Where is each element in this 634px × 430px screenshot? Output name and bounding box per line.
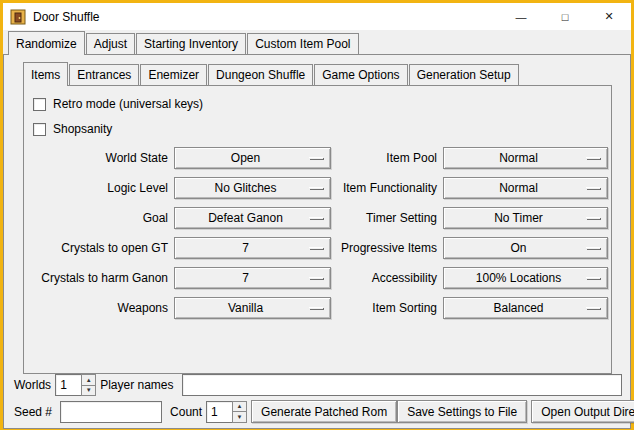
dropdown-indicator-icon [309,247,323,249]
crystals-ganon-dropdown[interactable]: 7 [174,267,331,289]
seed-label: Seed # [14,405,52,419]
accessibility-label: Accessibility [337,267,437,289]
item-pool-label: Item Pool [337,147,437,169]
open-output-directory-button[interactable]: Open Output Directory [531,400,634,423]
progressive-items-dropdown[interactable]: On [443,237,608,259]
progressive-items-value: On [510,241,526,255]
tab-generation-setup[interactable]: Generation Setup [409,64,519,85]
shopsanity-label: Shopsanity [53,122,112,136]
item-sorting-label: Item Sorting [337,297,437,319]
logic-level-dropdown[interactable]: No Glitches [174,177,331,199]
goal-value: Defeat Ganon [208,211,283,225]
crystals-ganon-label: Crystals to harm Ganon [34,267,168,289]
weapons-value: Vanilla [228,301,263,315]
retro-mode-row: Retro mode (universal keys) [33,96,601,112]
dropdown-indicator-icon [586,307,600,309]
item-pool-value: Normal [499,151,538,165]
crystals-ganon-value: 7 [242,271,249,285]
titlebar: Door Shuffle — □ ✕ [3,3,631,30]
progressive-items-label: Progressive Items [337,237,437,259]
accessibility-dropdown[interactable]: 100% Locations [443,267,608,289]
crystals-gt-label: Crystals to open GT [34,237,168,259]
tab-adjust[interactable]: Adjust [86,33,135,54]
count-input[interactable] [206,401,232,423]
dropdown-indicator-icon [309,157,323,159]
window-controls: — □ ✕ [499,3,631,30]
window-title: Door Shuffle [33,10,100,24]
spin-up-icon[interactable]: ▲ [232,401,247,413]
dropdown-indicator-icon [309,217,323,219]
weapons-dropdown[interactable]: Vanilla [174,297,331,319]
tab-randomize[interactable]: Randomize [8,31,85,55]
player-names-input[interactable] [182,374,623,396]
worlds-spin-arrows: ▲ ▼ [81,374,96,396]
goal-label: Goal [34,207,168,229]
inner-notebook: Items Entrances Enemizer Dungeon Shuffle… [23,61,612,374]
dropdown-indicator-icon [309,277,323,279]
worlds-input[interactable] [55,374,81,396]
item-functionality-dropdown[interactable]: Normal [443,177,608,199]
item-sorting-value: Balanced [493,301,543,315]
tab-starting-inventory[interactable]: Starting Inventory [136,33,246,54]
crystals-gt-value: 7 [242,241,249,255]
seed-row: Seed # Count ▲ ▼ Generate Patched Rom Sa… [14,400,622,423]
randomize-tab-panel: Items Entrances Enemizer Dungeon Shuffle… [3,54,631,429]
tab-custom-item-pool[interactable]: Custom Item Pool [247,33,358,54]
footer: Worlds ▲ ▼ Player names Seed # Count [10,374,624,423]
spin-up-icon[interactable]: ▲ [81,374,96,386]
tab-dungeon-shuffle[interactable]: Dungeon Shuffle [208,64,313,85]
minimize-button[interactable]: — [499,3,543,30]
count-spin-arrows: ▲ ▼ [232,401,247,423]
spin-down-icon[interactable]: ▼ [232,412,247,423]
maximize-button[interactable]: □ [543,3,587,30]
app-window: Door Shuffle — □ ✕ Randomize Adjust Star… [0,0,634,430]
item-sorting-dropdown[interactable]: Balanced [443,297,608,319]
dropdown-indicator-icon [586,187,600,189]
worlds-spinner: ▲ ▼ [55,374,96,396]
close-button[interactable]: ✕ [587,3,631,30]
tab-game-options[interactable]: Game Options [314,64,407,85]
spin-down-icon[interactable]: ▼ [81,386,96,397]
weapons-label: Weapons [34,297,168,319]
item-functionality-label: Item Functionality [337,177,437,199]
timer-setting-dropdown[interactable]: No Timer [443,207,608,229]
retro-mode-label: Retro mode (universal keys) [53,97,203,111]
crystals-gt-dropdown[interactable]: 7 [174,237,331,259]
dropdown-indicator-icon [586,277,600,279]
shopsanity-checkbox[interactable] [33,123,46,136]
options-grid: World State Open Item Pool Normal Logic … [34,147,601,319]
world-state-label: World State [34,147,168,169]
goal-dropdown[interactable]: Defeat Ganon [174,207,331,229]
dropdown-indicator-icon [586,157,600,159]
world-state-value: Open [231,151,260,165]
item-functionality-value: Normal [499,181,538,195]
player-names-label: Player names [100,378,173,392]
tab-enemizer[interactable]: Enemizer [140,64,207,85]
world-state-dropdown[interactable]: Open [174,147,331,169]
dropdown-indicator-icon [586,217,600,219]
worlds-label: Worlds [14,378,51,392]
items-tab-panel: Retro mode (universal keys) Shopsanity W… [23,85,612,374]
dropdown-indicator-icon [309,187,323,189]
timer-setting-label: Timer Setting [337,207,437,229]
dropdown-indicator-icon [309,307,323,309]
count-spinner: ▲ ▼ [206,401,247,423]
worlds-row: Worlds ▲ ▼ Player names [14,374,622,396]
retro-mode-checkbox[interactable] [33,98,46,111]
seed-input[interactable] [60,401,162,423]
tab-entrances[interactable]: Entrances [69,64,139,85]
app-icon [10,9,26,25]
outer-tab-bar: Randomize Adjust Starting Inventory Cust… [3,30,631,54]
generate-patched-rom-button[interactable]: Generate Patched Rom [251,400,397,423]
timer-setting-value: No Timer [494,211,543,225]
save-settings-button[interactable]: Save Settings to File [397,400,527,423]
accessibility-value: 100% Locations [476,271,561,285]
shopsanity-row: Shopsanity [33,121,601,137]
item-pool-dropdown[interactable]: Normal [443,147,608,169]
logic-level-value: No Glitches [214,181,276,195]
count-label: Count [170,405,202,419]
inner-tab-bar: Items Entrances Enemizer Dungeon Shuffle… [23,61,612,85]
tab-items[interactable]: Items [23,62,68,86]
dropdown-indicator-icon [586,247,600,249]
logic-level-label: Logic Level [34,177,168,199]
